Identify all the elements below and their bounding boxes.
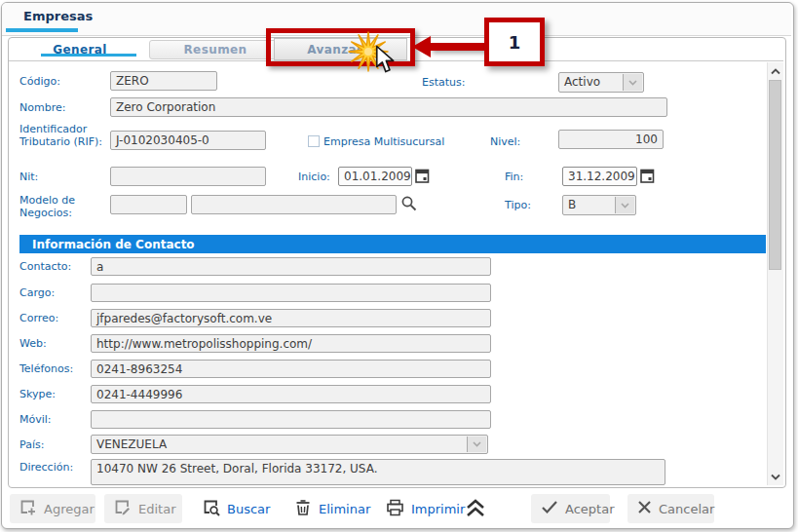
tipo-select[interactable]: B <box>562 195 636 215</box>
nit-field[interactable] <box>110 167 266 186</box>
rif-field[interactable]: J-0102030405-0 <box>110 131 266 150</box>
skype-label: Skype: <box>19 388 56 400</box>
nit-label: Nit: <box>19 171 38 183</box>
estatus-label: Estatus: <box>422 76 465 89</box>
chevron-down-icon[interactable] <box>623 74 642 91</box>
correo-field[interactable]: jfparedes@factorysoft.com.ve <box>91 309 491 327</box>
collapse-toolbar-icon[interactable] <box>464 498 487 522</box>
eliminar-label: Eliminar <box>319 502 370 516</box>
codigo-label: Código: <box>19 75 60 88</box>
chevron-down-icon[interactable] <box>467 437 486 452</box>
cargo-label: Cargo: <box>19 286 55 299</box>
cancelar-label: Cancelar <box>659 502 714 516</box>
close-icon <box>637 500 652 517</box>
fin-calendar-icon[interactable] <box>640 168 655 188</box>
tab-resumen[interactable]: Resumen <box>149 40 282 59</box>
pais-label: País: <box>19 438 44 451</box>
rif-label: Identificador Tributario (RIF): <box>19 123 105 148</box>
scroll-down-icon[interactable] <box>767 470 783 483</box>
estatus-value: Activo <box>564 75 600 89</box>
buscar-button[interactable]: Buscar <box>193 494 273 523</box>
annotation-arrow-head-icon <box>412 36 431 57</box>
imprimir-button[interactable]: Imprimir <box>376 494 462 523</box>
add-icon <box>19 499 37 519</box>
scroll-up-icon[interactable] <box>767 64 783 78</box>
direccion-field[interactable]: 10470 NW 26 Street, Doral, Florida 33172… <box>91 459 665 485</box>
check-icon <box>541 500 558 517</box>
annotation-arrow-shaft <box>430 43 485 51</box>
inicio-label: Inicio: <box>298 171 330 183</box>
cargo-field[interactable] <box>91 284 491 302</box>
pais-select[interactable]: VENEZUELA <box>91 435 488 454</box>
modelo-label: Modelo de Negocios: <box>19 194 97 219</box>
buscar-label: Buscar <box>227 502 270 516</box>
contacto-label: Contacto: <box>19 260 71 273</box>
agregar-button[interactable]: Agregar <box>10 494 95 523</box>
trash-icon <box>294 498 312 519</box>
chevron-down-icon[interactable] <box>615 197 634 213</box>
estatus-select[interactable]: Activo <box>558 72 644 93</box>
cancelar-button[interactable]: Cancelar <box>627 494 714 523</box>
aceptar-label: Aceptar <box>565 502 614 516</box>
correo-label: Correo: <box>19 312 58 324</box>
modelo-name-field[interactable] <box>191 195 397 214</box>
web-label: Web: <box>19 337 47 350</box>
movil-label: Móvil: <box>19 413 52 426</box>
contact-section-header: Información de Contacto <box>19 235 766 253</box>
multisucursal-checkbox[interactable] <box>308 135 320 147</box>
nombre-field[interactable]: Zero Corporation <box>110 97 667 117</box>
editar-button[interactable]: Editar <box>104 494 182 523</box>
empresas-window: Empresas General Resumen Avanzado Código… <box>0 0 798 532</box>
multisucursal-label: Empresa Multisucursal <box>323 135 444 148</box>
pais-value: VENEZUELA <box>96 437 167 451</box>
skype-field[interactable]: 0241-4449996 <box>91 385 491 403</box>
eliminar-button[interactable]: Eliminar <box>285 494 372 523</box>
editar-label: Editar <box>138 502 176 516</box>
web-field[interactable]: http://www.metropolisshopping.com/ <box>91 334 491 353</box>
inicio-field[interactable]: 01.01.2009 <box>338 167 412 186</box>
direccion-label: Dirección: <box>19 461 73 474</box>
printer-icon <box>386 499 404 519</box>
annotation-step-badge: 1 <box>484 18 545 66</box>
search-icon[interactable] <box>400 195 418 216</box>
telefonos-field[interactable]: 0241-8963254 <box>91 360 491 378</box>
inicio-calendar-icon[interactable] <box>415 168 430 188</box>
modelo-code-field[interactable] <box>110 195 187 214</box>
nivel-label: Nivel: <box>490 135 520 148</box>
telefonos-label: Teléfonos: <box>19 362 73 375</box>
movil-field[interactable] <box>91 410 491 429</box>
fin-field[interactable]: 31.12.2009 <box>562 167 637 186</box>
tab-general-underline <box>41 54 136 57</box>
title-underline <box>6 28 78 32</box>
nombre-label: Nombre: <box>19 101 65 114</box>
page-title: Empresas <box>23 9 93 23</box>
mouse-cursor-icon <box>374 45 396 78</box>
aceptar-button[interactable]: Aceptar <box>531 494 610 523</box>
tipo-value: B <box>568 198 576 211</box>
contacto-field[interactable]: a <box>91 257 491 276</box>
search-box-icon <box>203 499 220 519</box>
codigo-field[interactable]: ZERO <box>110 71 217 91</box>
edit-icon <box>114 499 132 519</box>
agregar-label: Agregar <box>44 502 95 516</box>
imprimir-label: Imprimir <box>411 502 465 516</box>
nivel-field[interactable]: 100 <box>558 130 664 149</box>
fin-label: Fin: <box>505 171 523 183</box>
tipo-label: Tipo: <box>505 199 531 211</box>
scrollbar-thumb[interactable] <box>769 80 781 270</box>
annotation-step-number: 1 <box>509 32 521 53</box>
